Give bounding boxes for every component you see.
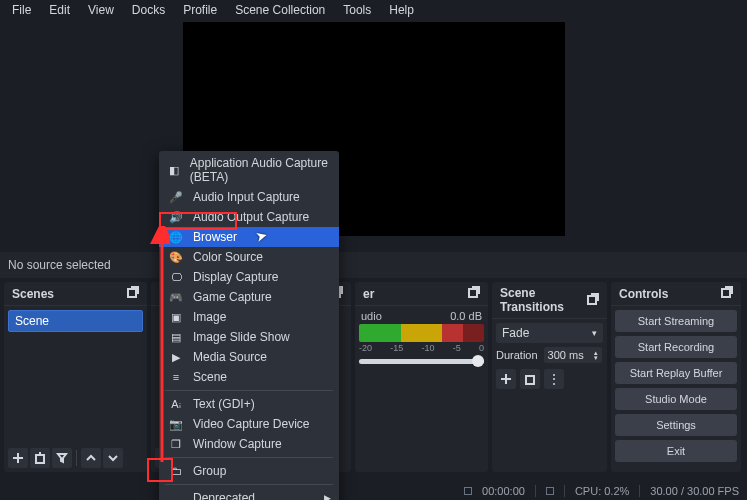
scene-item[interactable]: Scene bbox=[8, 310, 143, 332]
rec-indicator-icon bbox=[546, 487, 554, 495]
app-audio-icon: ◧ bbox=[169, 164, 180, 177]
menubar: FileEditViewDocksProfileScene Collection… bbox=[0, 0, 747, 20]
mixer-track-db: 0.0 dB bbox=[450, 310, 482, 322]
popout-icon[interactable] bbox=[468, 286, 480, 301]
ctx-audio-input-capture[interactable]: 🎤Audio Input Capture bbox=[159, 187, 339, 207]
image-icon: ▣ bbox=[169, 311, 183, 324]
volume-slider[interactable] bbox=[359, 359, 484, 364]
transition-properties-button[interactable]: ⋮ bbox=[544, 369, 564, 389]
ctx-text-gdi-[interactable]: AᵢText (GDI+) bbox=[159, 394, 339, 414]
ctx-display-capture[interactable]: 🖵Display Capture bbox=[159, 267, 339, 287]
chevron-right-icon: ▶ bbox=[324, 493, 331, 500]
meter-ticks: -20-15-10-50 bbox=[359, 343, 484, 353]
mixer-title: er bbox=[363, 287, 374, 301]
add-scene-button[interactable] bbox=[8, 448, 28, 468]
ctx-label: Image Slide Show bbox=[193, 330, 290, 344]
transition-selected: Fade bbox=[502, 326, 529, 340]
ctx-game-capture[interactable]: 🎮Game Capture bbox=[159, 287, 339, 307]
duration-input[interactable]: 300 ms ▴▾ bbox=[544, 347, 602, 363]
play-icon: ▶ bbox=[169, 351, 183, 364]
stream-indicator-icon bbox=[464, 487, 472, 495]
audio-mixer-panel: er udio 0.0 dB -20-15-10-50 bbox=[355, 282, 488, 472]
ctx-image[interactable]: ▣Image bbox=[159, 307, 339, 327]
svg-rect-7 bbox=[526, 376, 534, 384]
camera-icon: 📷 bbox=[169, 418, 183, 431]
ctx-label: Media Source bbox=[193, 350, 267, 364]
list-icon: ≡ bbox=[169, 371, 183, 383]
duration-steppers[interactable]: ▴▾ bbox=[594, 350, 598, 360]
ctx-image-slide-show[interactable]: ▤Image Slide Show bbox=[159, 327, 339, 347]
ctx-label: Scene bbox=[193, 370, 227, 384]
speaker-icon: 🔊 bbox=[169, 211, 183, 224]
add-transition-button[interactable] bbox=[496, 369, 516, 389]
no-source-label: No source selected bbox=[0, 252, 747, 278]
ctx-label: Game Capture bbox=[193, 290, 272, 304]
menu-edit[interactable]: Edit bbox=[41, 1, 78, 19]
duration-value: 300 ms bbox=[548, 349, 584, 361]
menu-tools[interactable]: Tools bbox=[335, 1, 379, 19]
menu-scene-collection[interactable]: Scene Collection bbox=[227, 1, 333, 19]
exit-button[interactable]: Exit bbox=[615, 440, 737, 462]
mic-icon: 🎤 bbox=[169, 191, 183, 204]
chevron-down-icon: ▾ bbox=[592, 328, 597, 338]
start-replay-buffer-button[interactable]: Start Replay Buffer bbox=[615, 362, 737, 384]
menu-help[interactable]: Help bbox=[381, 1, 422, 19]
gamepad-icon: 🎮 bbox=[169, 291, 183, 304]
menu-docks[interactable]: Docks bbox=[124, 1, 173, 19]
start-streaming-button[interactable]: Start Streaming bbox=[615, 310, 737, 332]
ctx-label: Browser bbox=[193, 230, 237, 244]
globe-icon: 🌐 bbox=[169, 231, 183, 244]
ctx-label: Window Capture bbox=[193, 437, 282, 451]
panels-row: Scenes Scene Sources bbox=[0, 278, 747, 472]
ctx-label: Text (GDI+) bbox=[193, 397, 255, 411]
monitor-icon: 🖵 bbox=[169, 271, 183, 283]
ctx-color-source[interactable]: 🎨Color Source bbox=[159, 247, 339, 267]
popout-icon[interactable] bbox=[721, 286, 733, 301]
ctx-label: Display Capture bbox=[193, 270, 278, 284]
status-fps: 30.00 / 30.00 FPS bbox=[650, 485, 739, 497]
ctx-label: Audio Input Capture bbox=[193, 190, 300, 204]
menu-view[interactable]: View bbox=[80, 1, 122, 19]
ctx-video-capture-device[interactable]: 📷Video Capture Device bbox=[159, 414, 339, 434]
audio-meter bbox=[359, 324, 484, 342]
menu-profile[interactable]: Profile bbox=[175, 1, 225, 19]
studio-mode-button[interactable]: Studio Mode bbox=[615, 388, 737, 410]
remove-transition-button[interactable] bbox=[520, 369, 540, 389]
transitions-title: Scene Transitions bbox=[500, 286, 587, 314]
preview-area bbox=[0, 20, 747, 252]
ctx-deprecated[interactable]: Deprecated▶ bbox=[159, 488, 339, 500]
ctx-group[interactable]: 🗀Group bbox=[159, 461, 339, 481]
mixer-track-name: udio bbox=[361, 310, 382, 322]
scenes-title: Scenes bbox=[12, 287, 54, 301]
ctx-media-source[interactable]: ▶Media Source bbox=[159, 347, 339, 367]
duration-label: Duration bbox=[496, 349, 538, 361]
slider-thumb[interactable] bbox=[472, 355, 484, 367]
status-time: 00:00:00 bbox=[482, 485, 525, 497]
svg-rect-8 bbox=[722, 289, 730, 297]
ctx-application-audio-capture-beta-[interactable]: ◧Application Audio Capture (BETA) bbox=[159, 153, 339, 187]
scene-filters-button[interactable] bbox=[52, 448, 72, 468]
controls-title: Controls bbox=[619, 287, 668, 301]
popout-icon[interactable] bbox=[127, 286, 139, 301]
ctx-label: Deprecated bbox=[193, 491, 255, 500]
ctx-audio-output-capture[interactable]: 🔊Audio Output Capture bbox=[159, 207, 339, 227]
palette-icon: 🎨 bbox=[169, 251, 183, 264]
settings-button[interactable]: Settings bbox=[615, 414, 737, 436]
scene-down-button[interactable] bbox=[103, 448, 123, 468]
ctx-scene[interactable]: ≡Scene bbox=[159, 367, 339, 387]
svg-rect-0 bbox=[128, 289, 136, 297]
ctx-window-capture[interactable]: ❐Window Capture bbox=[159, 434, 339, 454]
remove-scene-button[interactable] bbox=[30, 448, 50, 468]
scene-up-button[interactable] bbox=[81, 448, 101, 468]
transition-select[interactable]: Fade ▾ bbox=[496, 323, 603, 343]
scenes-toolbar bbox=[4, 445, 147, 472]
ctx-label: Video Capture Device bbox=[193, 417, 310, 431]
ctx-label: Audio Output Capture bbox=[193, 210, 309, 224]
ctx-label: Application Audio Capture (BETA) bbox=[190, 156, 329, 184]
start-recording-button[interactable]: Start Recording bbox=[615, 336, 737, 358]
mixer-track: udio 0.0 dB -20-15-10-50 bbox=[359, 310, 484, 364]
folder-icon: 🗀 bbox=[169, 465, 183, 477]
popout-icon[interactable] bbox=[587, 293, 599, 308]
menu-file[interactable]: File bbox=[4, 1, 39, 19]
ctx-browser[interactable]: 🌐Browser bbox=[159, 227, 339, 247]
